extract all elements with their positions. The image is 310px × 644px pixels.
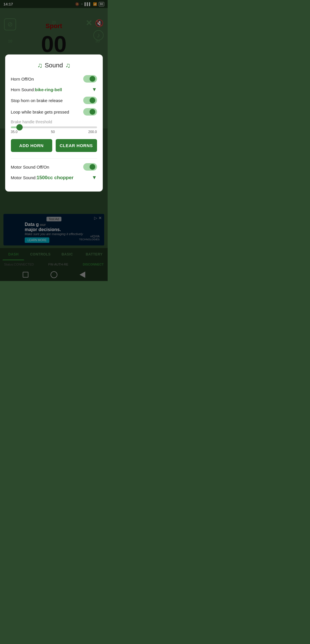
motor-sound-toggle[interactable]	[83, 163, 97, 171]
motor-sound-label-group: Motor Sound:1500cc chopper	[11, 175, 74, 181]
music-note-left: ♫	[37, 61, 42, 69]
loop-brake-row: Loop while brake gets pressed	[11, 108, 97, 116]
loop-brake-toggle[interactable]	[83, 108, 97, 116]
modal-title: ♫ Sound ♫	[11, 61, 97, 69]
loop-brake-label: Loop while brake gets pressed	[11, 110, 69, 114]
horn-toggle[interactable]	[83, 75, 97, 83]
horn-sound-dropdown-arrow[interactable]: ▼	[92, 87, 97, 93]
brake-threshold-section: Brake handle threshold 35.0 50 200.0	[11, 120, 97, 134]
horn-sound-label-group: Horn Sound:bike-ring-bell	[11, 87, 62, 92]
motor-sound-toggle-row: Motor Sound Off/On	[11, 163, 97, 171]
motor-sound-toggle-label: Motor Sound Off/On	[11, 165, 49, 169]
sound-modal: ♫ Sound ♫ Horn Off/On Horn Sound:bike-ri…	[5, 54, 103, 192]
slider-thumb[interactable]	[16, 124, 23, 130]
slider-track[interactable]	[11, 126, 97, 128]
horn-toggle-row: Horn Off/On	[11, 75, 97, 83]
slider-max: 200.0	[88, 130, 97, 134]
modal-overlay: ♫ Sound ♫ Horn Off/On Horn Sound:bike-ri…	[0, 0, 108, 281]
loop-brake-toggle-knob	[90, 109, 95, 115]
motor-sound-section: Motor Sound Off/On Motor Sound:1500cc ch…	[11, 158, 97, 181]
add-horn-button[interactable]: ADD HORN	[11, 139, 52, 152]
music-note-right: ♫	[65, 61, 70, 69]
horn-sound-label: Horn Sound:	[11, 87, 35, 92]
horn-buttons-row: ADD HORN CLEAR HORNS	[11, 139, 97, 152]
stop-horn-toggle[interactable]	[83, 97, 97, 104]
horn-sound-row: Horn Sound:bike-ring-bell ▼	[11, 87, 97, 93]
motor-sound-label: Motor Sound:	[11, 175, 37, 180]
slider-min: 35.0	[11, 130, 18, 134]
brake-threshold-label: Brake handle threshold	[11, 120, 97, 124]
stop-horn-toggle-knob	[90, 97, 95, 103]
motor-sound-dropdown-arrow[interactable]: ▼	[92, 175, 97, 181]
horn-toggle-label: Horn Off/On	[11, 77, 34, 81]
motor-sound-row: Motor Sound:1500cc chopper ▼	[11, 175, 97, 181]
stop-horn-row: Stop horn on brake release	[11, 97, 97, 104]
stop-horn-label: Stop horn on brake release	[11, 98, 63, 103]
horn-sound-value: bike-ring-bell	[35, 87, 62, 92]
slider-labels: 35.0 50 200.0	[11, 130, 97, 134]
clear-horns-button[interactable]: CLEAR HORNS	[56, 139, 97, 152]
motor-sound-toggle-knob	[90, 164, 95, 170]
motor-sound-value: 1500cc chopper	[37, 175, 74, 180]
horn-toggle-knob	[90, 76, 95, 82]
slider-mid: 50	[51, 130, 55, 134]
